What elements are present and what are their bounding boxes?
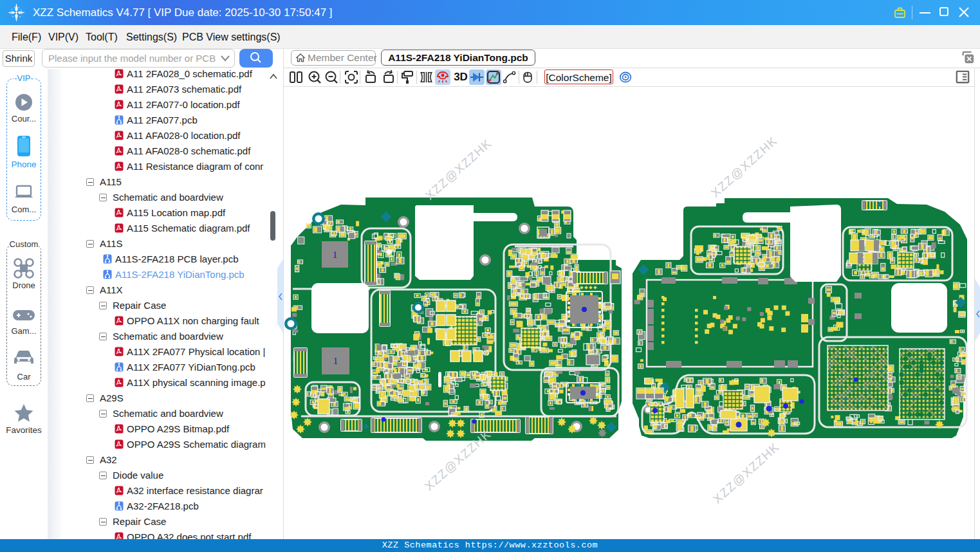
svg-text:XZZ@XZZHK: XZZ@XZZHK (710, 440, 782, 506)
svg-text:XZZ@XZZHK: XZZ@XZZHK (708, 134, 780, 200)
svg-text:1: 1 (333, 356, 338, 366)
svg-text:1: 1 (333, 250, 338, 260)
svg-text:XZZ@XZZHK: XZZ@XZZHK (423, 136, 494, 203)
